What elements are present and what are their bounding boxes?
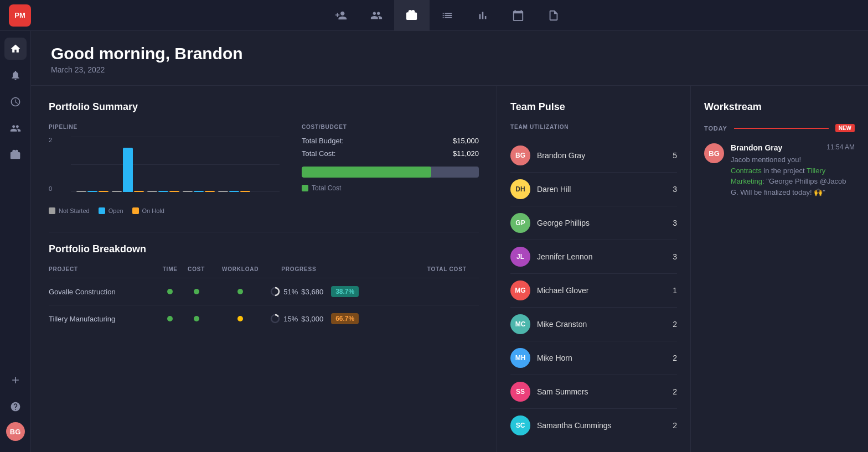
sidebar-item-people[interactable] bbox=[4, 117, 27, 139]
portfolio-panel: Portfolio Summary PIPELINE 2 0 bbox=[31, 86, 497, 452]
legend-label-ns: Not Started bbox=[59, 207, 90, 214]
list-item[interactable]: MG Michael Glover 1 bbox=[510, 274, 677, 308]
nav-chart[interactable] bbox=[465, 0, 500, 31]
bar-open-1 bbox=[87, 191, 97, 192]
panels: Portfolio Summary PIPELINE 2 0 bbox=[31, 86, 868, 452]
nav-people-add[interactable] bbox=[323, 0, 359, 31]
page-date: March 23, 2022 bbox=[51, 65, 848, 74]
sidebar-item-time[interactable] bbox=[4, 91, 27, 113]
chart-bar-group-2 bbox=[112, 148, 144, 192]
bar-open-3 bbox=[158, 191, 168, 192]
bar-ns-1 bbox=[76, 191, 86, 192]
member-name-8: Sam Summers bbox=[537, 387, 666, 396]
empty-1 bbox=[415, 278, 479, 305]
main-layout: BG Good morning, Brandon March 23, 2022 … bbox=[0, 31, 868, 452]
dot-cost-1 bbox=[194, 289, 199, 294]
legend-not-started: Not Started bbox=[49, 207, 90, 214]
table-row: Govalle Construction 51% bbox=[49, 278, 479, 305]
top-nav-icons bbox=[323, 0, 571, 31]
chart-bar-group-3 bbox=[147, 191, 179, 192]
list-item[interactable]: DH Daren Hill 3 bbox=[510, 173, 677, 206]
sidebar-bottom: BG bbox=[4, 369, 27, 445]
sidebar-item-notifications[interactable] bbox=[4, 64, 27, 86]
bar-open-5 bbox=[229, 191, 239, 192]
th-total-cost: TOTAL COST bbox=[415, 266, 479, 278]
nav-people[interactable] bbox=[359, 0, 394, 31]
legend-label-hold: On Hold bbox=[142, 207, 164, 214]
member-name-7: Mike Horn bbox=[537, 354, 666, 362]
total-cost-label: Total Cost: bbox=[302, 149, 335, 158]
list-item[interactable]: JL Jennifer Lennon 3 bbox=[510, 240, 677, 274]
list-item[interactable]: BG Brandon Gray 5 bbox=[510, 139, 677, 173]
ws-avatar: BG bbox=[704, 143, 724, 163]
legend-label-open: Open bbox=[108, 207, 123, 214]
bar-ns-3 bbox=[147, 191, 157, 192]
bar-ns-4 bbox=[183, 191, 193, 192]
app-logo[interactable]: PM bbox=[9, 4, 31, 27]
bar-ns-2 bbox=[112, 191, 122, 192]
total-cost-value: $11,020 bbox=[453, 149, 479, 158]
member-count-8: 2 bbox=[673, 387, 677, 396]
workload-status-1 bbox=[210, 278, 270, 305]
ws-link-contracts[interactable]: Contracts bbox=[731, 167, 762, 175]
member-name-9: Samantha Cummings bbox=[537, 421, 666, 430]
total-budget-row: Total Budget: $15,000 bbox=[302, 137, 479, 145]
today-line bbox=[734, 128, 829, 129]
empty-2 bbox=[415, 305, 479, 332]
avatar: MC bbox=[510, 314, 530, 334]
sidebar-user-avatar[interactable]: BG bbox=[6, 422, 25, 441]
bar-open-4 bbox=[194, 191, 204, 192]
progress-pct-2: 15% bbox=[283, 315, 298, 323]
progress-2: 15% $3,000 66.7% bbox=[270, 305, 415, 332]
chart-legend: Not Started Open On Hold bbox=[49, 207, 280, 214]
bar-hold-1 bbox=[99, 191, 108, 192]
list-item[interactable]: GP George Phillips 3 bbox=[510, 206, 677, 240]
team-pulse-panel: Team Pulse TEAM UTILIZATION BG Brandon G… bbox=[497, 86, 691, 452]
nav-list[interactable] bbox=[430, 0, 465, 31]
list-item[interactable]: MH Mike Horn 2 bbox=[510, 341, 677, 375]
bar-hold-2 bbox=[134, 191, 144, 192]
cost-budget-area: COST/BUDGET Total Budget: $15,000 Total … bbox=[302, 124, 479, 214]
dot-workload-1 bbox=[237, 289, 243, 294]
pipeline-section: PIPELINE 2 0 bbox=[49, 124, 479, 214]
progress-cell-2: 15% $3,000 66.7% bbox=[270, 313, 415, 324]
avatar: SS bbox=[510, 382, 530, 402]
top-nav: PM bbox=[0, 0, 868, 31]
list-item[interactable]: MC Mike Cranston 2 bbox=[510, 308, 677, 341]
content-area: Good morning, Brandon March 23, 2022 Por… bbox=[31, 31, 868, 452]
nav-calendar[interactable] bbox=[500, 0, 536, 31]
cost-budget-label: COST/BUDGET bbox=[302, 124, 479, 130]
nav-portfolio[interactable] bbox=[394, 0, 430, 31]
progress-ring-1 bbox=[270, 287, 280, 297]
list-item[interactable]: SC Samantha Cummings 2 bbox=[510, 409, 677, 442]
sidebar-item-add[interactable] bbox=[4, 369, 27, 391]
portfolio-summary-title: Portfolio Summary bbox=[49, 101, 479, 113]
workstream-title: Workstream bbox=[704, 101, 855, 113]
list-item[interactable]: SS Sam Summers 2 bbox=[510, 375, 677, 409]
progress-ring-2 bbox=[270, 314, 280, 324]
project-name-2: Tillery Manufacturing bbox=[49, 305, 158, 332]
total-cost-row: Total Cost: $11,020 bbox=[302, 149, 479, 158]
sidebar-item-briefcase[interactable] bbox=[4, 144, 27, 166]
sidebar-item-help[interactable] bbox=[4, 396, 27, 418]
sidebar-item-home[interactable] bbox=[4, 38, 27, 60]
chart-container: 2 0 bbox=[49, 137, 280, 203]
member-count-7: 2 bbox=[673, 354, 677, 362]
avatar: MH bbox=[510, 348, 530, 368]
progress-1: 51% $3,680 38.7% bbox=[270, 278, 415, 305]
new-badge: NEW bbox=[835, 124, 855, 132]
chart-bar-group-4 bbox=[183, 191, 215, 192]
ws-time: 11:54 AM bbox=[826, 143, 855, 152]
total-cost-badge-1: $3,680 bbox=[301, 288, 323, 296]
th-cost: COST bbox=[182, 266, 210, 278]
dot-cost-2 bbox=[194, 316, 199, 321]
progress-legend: Total Cost bbox=[302, 184, 479, 192]
progress-legend-color bbox=[302, 185, 308, 191]
bar-hold-3 bbox=[169, 191, 179, 192]
avatar: GP bbox=[510, 213, 530, 233]
th-workload: WORKLOAD bbox=[210, 266, 270, 278]
sidebar: BG bbox=[0, 31, 31, 452]
total-budget-label: Total Budget: bbox=[302, 137, 344, 145]
nav-document[interactable] bbox=[536, 0, 571, 31]
member-count-4: 3 bbox=[673, 252, 677, 261]
